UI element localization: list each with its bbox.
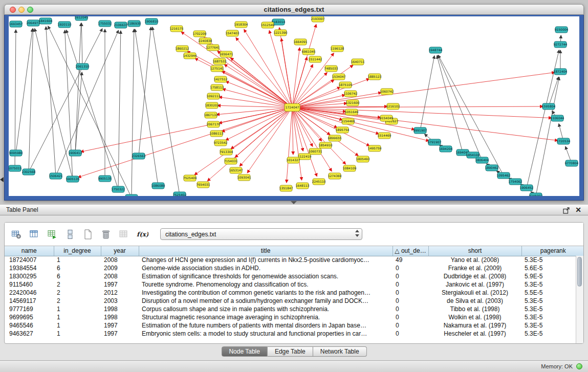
graph-node[interactable]: 8991907 xyxy=(413,127,427,134)
graph-node[interactable]: 2106637 xyxy=(114,22,128,28)
cell-out_degree[interactable]: 0 xyxy=(393,313,428,321)
graph-node[interactable]: 1755032 xyxy=(98,20,112,27)
close-traffic-light-icon[interactable] xyxy=(10,7,16,13)
graph-node[interactable]: 7154031 xyxy=(224,158,238,164)
column-header-in-degree[interactable]: in_degree xyxy=(54,246,101,256)
graph-edge[interactable] xyxy=(239,107,292,166)
column-header-short[interactable]: short xyxy=(428,246,521,256)
graph-node[interactable]: 1060731 xyxy=(309,148,322,155)
vertical-scrollbar[interactable] xyxy=(576,256,583,343)
graph-node[interactable]: 1275141 xyxy=(210,65,224,72)
graph-node[interactable]: 7913304 xyxy=(220,149,233,155)
graph-node[interactable]: 7485033 xyxy=(324,65,338,72)
graph-node[interactable]: 1086113 xyxy=(210,130,224,137)
graph-node[interactable]: 1906810 xyxy=(145,18,159,25)
graph-node[interactable]: 1506421 xyxy=(49,173,63,179)
cell-name[interactable]: 9777169 xyxy=(5,305,54,313)
graph-node[interactable]: 1653147 xyxy=(229,167,243,173)
graph-edge[interactable] xyxy=(292,107,302,180)
graph-node[interactable]: 1075015 xyxy=(9,165,22,171)
graph-node[interactable]: 1014327 xyxy=(287,157,300,163)
cell-out_degree[interactable]: 0 xyxy=(393,264,428,272)
graph-node[interactable]: 2245110 xyxy=(312,179,326,185)
graph-edge[interactable] xyxy=(292,48,300,107)
graph-node[interactable]: 7525409 xyxy=(183,175,197,181)
cell-title[interactable]: Genome-wide association studies in ADHD. xyxy=(139,264,393,272)
cell-short[interactable]: Franke et al. (2009) xyxy=(428,264,521,272)
table-row[interactable]: 1938455462009Genome-wide association stu… xyxy=(5,264,584,272)
graph-edge[interactable] xyxy=(135,29,158,186)
graph-node[interactable]: 1547403 xyxy=(226,30,239,36)
cell-name[interactable]: 9699695 xyxy=(5,313,54,321)
table-row[interactable]: 977716911998Corpus callosum shape and si… xyxy=(5,305,584,313)
graph-node[interactable]: 6899655 xyxy=(328,135,342,141)
graph-node[interactable]: 1693457 xyxy=(9,21,23,27)
graph-node[interactable]: 2302568 xyxy=(22,169,36,175)
delete-table-button[interactable] xyxy=(99,228,113,241)
cell-name[interactable]: 14569117 xyxy=(5,297,54,305)
cell-pagerank[interactable]: 5.5E-5 xyxy=(521,289,584,297)
cell-name[interactable]: 9115460 xyxy=(5,280,54,289)
cell-in_degree[interactable]: 6 xyxy=(54,264,101,272)
graph-edge[interactable] xyxy=(15,30,16,168)
cell-title[interactable]: Estimation of the future numbers of pati… xyxy=(139,321,393,330)
graph-node[interactable]: 1920110 xyxy=(58,21,72,28)
show-columns-button[interactable] xyxy=(28,228,41,241)
zoom-traffic-light-icon[interactable] xyxy=(27,7,33,13)
graph-node[interactable]: 1427512 xyxy=(214,76,228,82)
cell-in_degree[interactable]: 2 xyxy=(54,297,101,305)
graph-node[interactable]: 1216175 xyxy=(170,26,184,32)
graph-node[interactable]: 1648113 xyxy=(296,183,310,189)
graph-node[interactable]: 1060742 xyxy=(380,89,394,95)
graph-node[interactable]: 9272744 xyxy=(554,41,568,48)
cell-short[interactable]: Yano et al. (2008) xyxy=(428,256,521,264)
graph-edge[interactable] xyxy=(139,27,151,156)
graph-edge[interactable] xyxy=(81,23,82,67)
cell-out_degree[interactable]: 0 xyxy=(393,289,428,297)
graph-node[interactable]: 1086089 xyxy=(151,183,165,189)
table-row[interactable]: 1456911722003Disruption of a novel membe… xyxy=(5,297,584,305)
graph-node[interactable]: 7654031 xyxy=(197,182,210,188)
column-header-out-degree-sorted[interactable]: △ out_de… xyxy=(393,246,428,256)
graph-edge[interactable] xyxy=(181,32,292,107)
graph-node[interactable]: 1092113 xyxy=(207,93,221,99)
column-header-pagerank[interactable]: pagerank xyxy=(521,246,584,256)
graph-edge[interactable] xyxy=(287,107,292,183)
cell-name[interactable]: 18300295 xyxy=(5,272,54,280)
graph-node[interactable]: 2193085 xyxy=(125,194,139,196)
graph-node[interactable]: 6791907 xyxy=(428,139,442,145)
graph-node[interactable]: 1051649 xyxy=(345,109,359,115)
cell-out_degree[interactable]: 0 xyxy=(393,272,428,280)
graph-node[interactable]: 7525402 xyxy=(173,192,187,196)
cell-title[interactable]: Corpus callosum shape and size in male p… xyxy=(139,305,393,313)
graph-edge[interactable] xyxy=(48,26,132,196)
graph-edge[interactable] xyxy=(46,27,56,176)
graph-edge[interactable] xyxy=(217,51,292,107)
cell-pagerank[interactable]: 5.3E-5 xyxy=(521,280,584,289)
graph-node[interactable]: 1656471 xyxy=(220,51,233,57)
graph-edge[interactable] xyxy=(244,29,292,107)
cell-out_degree[interactable]: 0 xyxy=(393,280,428,289)
graph-node[interactable]: 2193007 xyxy=(311,16,325,22)
cell-name[interactable]: 22420046 xyxy=(5,289,54,297)
merge-table-button-disabled[interactable] xyxy=(117,228,130,241)
function-builder-button[interactable]: f(x) xyxy=(135,228,148,241)
cell-in_degree[interactable]: 6 xyxy=(54,272,101,280)
graph-node[interactable]: 1806404 xyxy=(475,157,489,163)
cell-year[interactable]: 1997 xyxy=(101,321,139,330)
import-table-button[interactable] xyxy=(46,228,59,241)
graph-node[interactable]: 1702209 xyxy=(193,31,207,37)
cell-out_degree[interactable]: 0 xyxy=(393,305,428,313)
graph-node[interactable]: 1906413 xyxy=(69,150,82,156)
close-panel-icon[interactable]: ✕ xyxy=(575,205,581,215)
graph-node[interactable]: 2064973 xyxy=(27,20,40,26)
cell-out_degree[interactable]: 49 xyxy=(393,256,428,264)
cell-title[interactable]: Structural magnetic resonance image aver… xyxy=(139,313,393,321)
graph-edge[interactable] xyxy=(132,29,134,196)
graph-node[interactable]: 1872404 xyxy=(554,69,568,75)
graph-edge[interactable] xyxy=(437,56,463,152)
cell-short[interactable]: Tibbo et al. (1998) xyxy=(428,305,521,313)
graph-edge[interactable] xyxy=(35,29,73,179)
graph-node[interactable]: 1890462 xyxy=(485,165,499,171)
cell-name[interactable]: 19384554 xyxy=(5,264,54,272)
